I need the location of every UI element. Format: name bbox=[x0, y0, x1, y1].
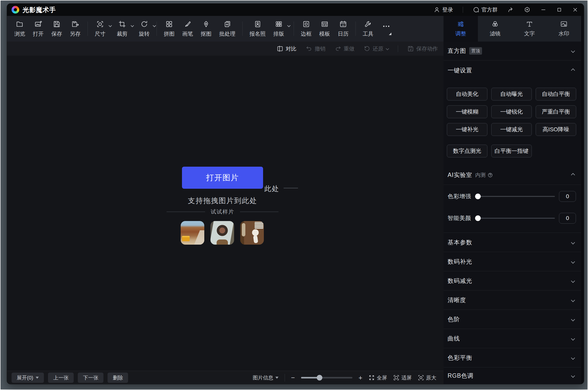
chevron-down-icon[interactable] bbox=[109, 24, 112, 27]
toolbar-divider bbox=[294, 22, 294, 36]
one-click-fill-light-button[interactable]: 一键补光 bbox=[447, 123, 487, 136]
crop-button[interactable]: 裁剪 bbox=[113, 20, 131, 37]
login-button[interactable]: 登录 bbox=[433, 6, 453, 13]
open-button[interactable]: 打开 bbox=[29, 20, 47, 37]
section-curves[interactable]: 曲线 bbox=[444, 329, 581, 348]
previous-image-button[interactable]: 上一张 bbox=[48, 373, 74, 383]
chevron-up-icon[interactable] bbox=[571, 68, 575, 72]
chevron-down-icon[interactable] bbox=[571, 317, 575, 321]
sample-photo-desert-bus[interactable] bbox=[181, 221, 204, 245]
section-color-balance[interactable]: 色彩平衡 bbox=[444, 348, 581, 367]
one-click-dim-light-button[interactable]: 一键减光 bbox=[491, 123, 532, 136]
template-button[interactable]: 模板 bbox=[315, 20, 334, 37]
chevron-down-icon[interactable] bbox=[287, 24, 291, 27]
sample-photo-portrait[interactable] bbox=[210, 221, 234, 245]
resize-button[interactable]: 尺寸 bbox=[91, 20, 109, 37]
fullscreen-button[interactable]: 全屏 bbox=[369, 374, 387, 381]
tab-filter[interactable]: 滤镜 bbox=[478, 16, 512, 42]
fit-screen-button[interactable]: 适屏 bbox=[393, 374, 412, 381]
minimize-button[interactable] bbox=[540, 7, 546, 13]
collage-button[interactable]: 拼图 bbox=[160, 20, 178, 37]
ai-lab-section-header[interactable]: AI实验室 内测 bbox=[444, 165, 581, 185]
color-enhance-value[interactable]: 0 bbox=[559, 191, 576, 202]
one-click-sharpen-button[interactable]: 一键锐化 bbox=[491, 105, 532, 118]
section-clarity[interactable]: 清晰度 bbox=[444, 291, 581, 310]
zoom-slider[interactable] bbox=[301, 377, 352, 378]
open-image-button[interactable]: 打开图片 bbox=[182, 167, 263, 189]
zoom-in-button[interactable]: + bbox=[359, 374, 362, 381]
chevron-down-icon[interactable] bbox=[131, 24, 134, 27]
section-digital-fill-light[interactable]: 数码补光 bbox=[444, 252, 581, 271]
section-basic-params[interactable]: 基本参数 bbox=[444, 233, 581, 252]
smart-beauty-slider[interactable] bbox=[476, 218, 555, 219]
save-action-button[interactable]: 保存动作 bbox=[407, 45, 438, 52]
zoom-slider-thumb[interactable] bbox=[317, 375, 322, 381]
text-icon bbox=[526, 20, 533, 28]
rotate-button[interactable]: 旋转 bbox=[135, 20, 153, 37]
auto-white-balance-button[interactable]: 自动白平衡 bbox=[536, 88, 576, 101]
chevron-down-icon[interactable] bbox=[153, 24, 156, 27]
section-rgb-tone[interactable]: RGB色调 bbox=[444, 367, 581, 384]
severe-white-balance-button[interactable]: 严重白平衡 bbox=[536, 105, 576, 118]
chevron-down-icon[interactable] bbox=[571, 259, 575, 264]
question-circle-icon[interactable] bbox=[488, 173, 493, 178]
chevron-down-icon[interactable] bbox=[571, 240, 575, 244]
actual-size-button[interactable]: 原大 bbox=[418, 374, 436, 381]
chevron-down-icon[interactable] bbox=[571, 279, 575, 283]
digital-spot-metering-button[interactable]: 数字点测光 bbox=[447, 145, 487, 157]
chevron-down-icon[interactable] bbox=[386, 47, 389, 50]
brush-button[interactable]: 画笔 bbox=[178, 20, 197, 37]
tab-watermark[interactable]: 水印 bbox=[547, 16, 581, 42]
batch-button[interactable]: 批处理 bbox=[215, 20, 239, 37]
high-iso-denoise-button[interactable]: 高ISO降噪 bbox=[536, 123, 576, 136]
one-click-section-header[interactable]: 一键设置 bbox=[444, 61, 581, 80]
expand-filmstrip-button[interactable]: 展开(0) bbox=[12, 373, 44, 383]
tab-text[interactable]: 文字 bbox=[512, 16, 547, 42]
chevron-down-icon[interactable] bbox=[571, 49, 575, 53]
folder-icon bbox=[16, 20, 24, 28]
chevron-up-icon[interactable] bbox=[571, 173, 575, 177]
chevron-down-icon[interactable] bbox=[571, 298, 575, 302]
auto-exposure-button[interactable]: 自动曝光 bbox=[491, 88, 532, 101]
redo-button[interactable]: 重做 bbox=[335, 45, 354, 52]
chevron-down-icon[interactable] bbox=[571, 356, 575, 360]
triangle-down-icon bbox=[36, 377, 39, 379]
cutout-button[interactable]: 抠图 bbox=[197, 20, 215, 37]
restore-button[interactable]: 还原 bbox=[364, 45, 389, 52]
save-button[interactable]: 保存 bbox=[47, 20, 66, 37]
calendar-button[interactable]: 12 日历 bbox=[334, 20, 352, 37]
delete-image-button[interactable]: 删除 bbox=[108, 373, 128, 383]
sample-photo-desk-flatlay[interactable] bbox=[240, 221, 264, 245]
chevron-down-icon[interactable] bbox=[571, 374, 575, 378]
id-photo-button[interactable]: 报名照 bbox=[246, 20, 269, 37]
photo-info-dropdown[interactable]: 图片信息 bbox=[253, 374, 278, 381]
undo-button[interactable]: 撤销 bbox=[306, 45, 325, 52]
section-levels[interactable]: 色阶 bbox=[444, 310, 581, 329]
compare-button[interactable]: 对比 bbox=[277, 45, 296, 52]
share-button[interactable] bbox=[507, 6, 514, 13]
official-group-button[interactable]: 官方群 bbox=[473, 6, 498, 13]
chevron-down-icon[interactable] bbox=[571, 336, 575, 341]
settings-button[interactable] bbox=[524, 6, 531, 13]
auto-beautify-button[interactable]: 自动美化 bbox=[447, 88, 487, 101]
zoom-out-button[interactable]: − bbox=[291, 374, 295, 381]
section-digital-dim-light[interactable]: 数码减光 bbox=[444, 271, 581, 291]
close-button[interactable] bbox=[572, 7, 578, 13]
save-as-button[interactable]: 另存 bbox=[66, 20, 84, 37]
slider-thumb[interactable] bbox=[475, 194, 481, 199]
white-balance-one-key-button[interactable]: 白平衡一指键 bbox=[491, 145, 532, 157]
color-enhance-slider[interactable] bbox=[476, 196, 555, 197]
more-tools-button[interactable] bbox=[377, 23, 395, 35]
browse-button[interactable]: 浏览 bbox=[11, 20, 29, 37]
one-click-blur-button[interactable]: 一键模糊 bbox=[447, 105, 487, 118]
tools-button[interactable]: 工具 bbox=[359, 20, 377, 37]
maximize-button[interactable] bbox=[556, 7, 562, 13]
smart-beauty-value[interactable]: 0 bbox=[559, 213, 576, 224]
border-button[interactable]: 边框 bbox=[297, 20, 315, 37]
slider-thumb[interactable] bbox=[475, 215, 481, 221]
histogram-section-header[interactable]: 直方图 置顶 bbox=[444, 42, 581, 61]
overflow-line-fragment bbox=[284, 188, 298, 188]
tab-adjust[interactable]: 调整 bbox=[444, 16, 478, 42]
next-image-button[interactable]: 下一张 bbox=[78, 373, 103, 383]
layout-button[interactable]: 排版 bbox=[269, 20, 288, 37]
